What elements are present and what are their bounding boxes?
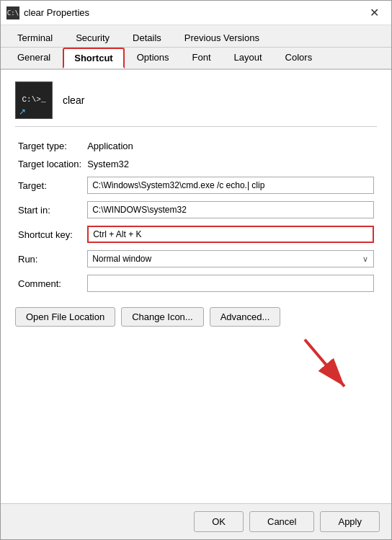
shortcut-key-field-cell — [84, 222, 377, 247]
run-label: Run: — [15, 247, 84, 271]
tab-general[interactable]: General — [6, 48, 61, 68]
app-icon: C:\>_ ↗ — [15, 81, 53, 119]
red-arrow-icon — [298, 332, 355, 397]
start-in-field-cell — [84, 198, 377, 222]
content-area: C:\>_ ↗ clear Target type: Application T… — [1, 70, 391, 503]
properties-window: C:\ clear Properties ✕ Terminal Security… — [0, 0, 392, 540]
run-select[interactable]: Normal window Minimized Maximized — [87, 250, 374, 267]
target-location-value: System32 — [84, 155, 377, 173]
tab-security[interactable]: Security — [65, 28, 120, 47]
app-name: clear — [63, 94, 84, 106]
tab-options[interactable]: Options — [126, 48, 180, 68]
run-field-cell: Normal window Minimized Maximized — [84, 247, 377, 271]
target-type-label: Target type: — [15, 137, 84, 155]
apply-button[interactable]: Apply — [320, 511, 380, 532]
tab-layout[interactable]: Layout — [223, 48, 273, 68]
arrow-area — [15, 332, 355, 397]
run-select-wrapper: Normal window Minimized Maximized — [87, 250, 374, 267]
shortcut-key-input[interactable] — [87, 226, 374, 243]
target-location-label: Target location: — [15, 155, 84, 173]
tab-row-2: General Shortcut Options Font Layout Col… — [1, 48, 391, 70]
start-in-input[interactable] — [87, 201, 374, 218]
target-label: Target: — [15, 173, 84, 198]
change-icon-button[interactable]: Change Icon... — [121, 307, 204, 327]
start-in-label: Start in: — [15, 198, 84, 222]
app-icon-text: C:\>_ — [22, 95, 45, 105]
form-table: Target type: Application Target location… — [15, 137, 377, 296]
footer: OK Cancel Apply — [1, 503, 391, 539]
ok-button[interactable]: OK — [194, 511, 244, 532]
tab-colors[interactable]: Colors — [275, 48, 324, 68]
title-bar: C:\ clear Properties ✕ — [1, 1, 391, 25]
tab-terminal[interactable]: Terminal — [6, 28, 63, 47]
target-input[interactable] — [87, 177, 374, 194]
open-file-location-button[interactable]: Open File Location — [15, 307, 115, 327]
target-field-cell — [84, 173, 377, 198]
comment-input[interactable] — [87, 275, 374, 292]
target-row: Target: — [15, 173, 377, 198]
close-button[interactable]: ✕ — [362, 3, 386, 23]
start-in-row: Start in: — [15, 198, 377, 222]
target-type-value: Application — [84, 137, 377, 155]
tab-shortcut[interactable]: Shortcut — [63, 48, 124, 68]
app-header: C:\>_ ↗ clear — [15, 81, 377, 127]
tab-previous-versions[interactable]: Previous Versions — [174, 28, 270, 47]
action-buttons: Open File Location Change Icon... Advanc… — [15, 307, 377, 327]
app-icon-arrow: ↗ — [19, 107, 26, 117]
shortcut-key-label: Shortcut key: — [15, 222, 84, 247]
comment-row: Comment: — [15, 271, 377, 296]
tab-font[interactable]: Font — [182, 48, 222, 68]
comment-label: Comment: — [15, 271, 84, 296]
tab-details[interactable]: Details — [122, 28, 172, 47]
shortcut-key-row: Shortcut key: — [15, 222, 377, 247]
target-type-row: Target type: Application — [15, 137, 377, 155]
svg-line-1 — [305, 340, 344, 386]
window-title: clear Properties — [24, 7, 362, 18]
cancel-button[interactable]: Cancel — [249, 511, 314, 532]
target-location-row: Target location: System32 — [15, 155, 377, 173]
tab-row-1: Terminal Security Details Previous Versi… — [1, 25, 391, 48]
advanced-button[interactable]: Advanced... — [210, 307, 281, 327]
run-row: Run: Normal window Minimized Maximized — [15, 247, 377, 271]
comment-field-cell — [84, 271, 377, 296]
window-icon: C:\ — [6, 6, 19, 19]
